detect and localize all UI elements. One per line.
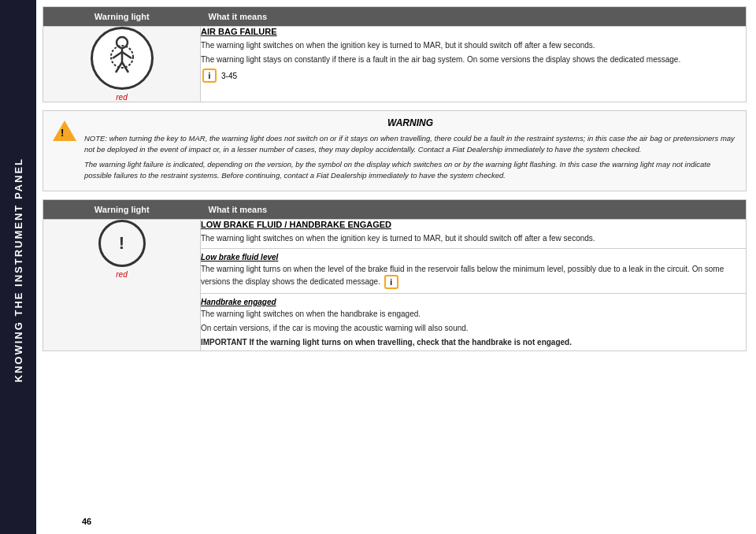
table2-content-cell: LOW BRAKE FLUID / HANDBRAKE ENGAGED The … — [201, 220, 747, 351]
table2-para1: The warning light switches on when the i… — [201, 232, 746, 244]
table1-icon-cell: red — [43, 27, 201, 102]
warning-box-content: WARNING NOTE: when turning the key to MA… — [84, 117, 736, 184]
table2-icon-cell: ! red — [43, 220, 201, 351]
warning-box-para2: The warning light failure is indicated, … — [84, 159, 736, 182]
table1-content-cell: AIR BAG FAILURE The warning light switch… — [201, 27, 747, 102]
table1-ref: 3-45 — [221, 72, 237, 80]
warning-box-para1: NOTE: when turning the key to MAR, the w… — [84, 133, 736, 156]
warning-triangle-icon — [53, 121, 76, 141]
table2-sub2-text1: The warning light switches on when the h… — [201, 308, 746, 320]
table2-col2-header: What it means — [201, 200, 747, 220]
table1-col2-header: What it means — [201, 7, 747, 27]
brake-icon: ! — [98, 220, 146, 267]
content-wrapper: Warning light What it means — [43, 6, 747, 534]
airbag-icon — [91, 27, 154, 90]
sidebar-title: KNOWING THE INSTRUMENT PANEL — [13, 158, 24, 382]
table2-sub1-icon: i — [384, 275, 398, 289]
table2-sub1-text: The warning light turns on when the leve… — [201, 263, 746, 289]
table2-section-title: LOW BRAKE FLUID / HANDBRAKE ENGAGED — [201, 220, 746, 229]
svg-line-3 — [122, 52, 132, 58]
table2-sub2-text3: IMPORTANT If the warning light turns on … — [201, 336, 746, 348]
sidebar: KNOWING THE INSTRUMENT PANEL — [0, 0, 36, 534]
table1-col1-header: Warning light — [43, 7, 201, 27]
page-number: 46 — [82, 517, 91, 526]
table2-sub2-title: Handbrake engaged — [201, 298, 746, 306]
table1-ref-icon: i — [202, 69, 217, 83]
table2-sub1-title: Low brake fluid level — [201, 253, 746, 261]
table1-section-title: AIR BAG FAILURE — [201, 27, 746, 36]
warning-box-title: WARNING — [84, 117, 736, 128]
warning-table-2: Warning light What it means ! red LOW BR… — [43, 199, 747, 351]
svg-line-2 — [113, 52, 122, 58]
table2-icon-label: red — [43, 270, 200, 279]
table1-para2: The warning light stays on constantly if… — [201, 54, 746, 65]
warning-box: WARNING NOTE: when turning the key to MA… — [43, 110, 747, 191]
table1-icon-label: red — [43, 93, 200, 102]
main-content: Warning light What it means — [36, 0, 756, 534]
table1-para1: The warning light switches on when the i… — [201, 39, 746, 51]
warning-table-1: Warning light What it means — [43, 6, 747, 102]
table2-sub2-text2: On certain versions, if the car is movin… — [201, 322, 746, 334]
table2-col1-header: Warning light — [43, 200, 201, 220]
